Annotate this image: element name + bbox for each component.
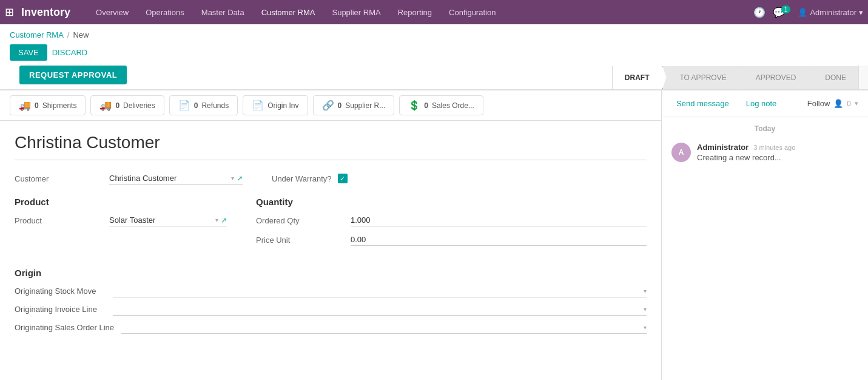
pipeline-step-done[interactable]: DONE: [808, 66, 858, 89]
originating-stock-move-select[interactable]: [113, 287, 641, 296]
price-unit-label: Price Unit: [256, 236, 341, 245]
discard-button[interactable]: DISCARD: [52, 48, 88, 57]
clock-icon[interactable]: 🕐: [753, 7, 765, 18]
followers-icon: 👤: [833, 99, 843, 108]
originating-stock-move-row: Originating Stock Move ▾: [15, 285, 647, 297]
form-area: 🚚 0 Shipments 🚚 0 Deliveries 📄 0 Refunds…: [0, 90, 662, 380]
menu-configuration[interactable]: Configuration: [440, 0, 504, 24]
price-unit-row: Price Unit: [256, 234, 647, 246]
save-button[interactable]: SAVE: [10, 44, 47, 61]
product-input[interactable]: [109, 215, 213, 225]
smart-btn-supplier-r[interactable]: 🔗 0 Supplier R...: [313, 95, 395, 115]
product-dropdown-wrapper: ▾ ↗: [109, 214, 227, 226]
follow-label: Follow: [807, 99, 830, 108]
originating-invoice-line-row: Originating Invoice Line ▾: [15, 304, 647, 316]
menu-supplier-rma[interactable]: Supplier RMA: [323, 0, 389, 24]
product-external-link-icon[interactable]: ↗: [221, 216, 227, 225]
smart-btn-sales-order[interactable]: 💲 0 Sales Orde...: [399, 95, 483, 115]
chatter-actions: Send message Log note Follow 👤 0 ▾: [662, 90, 868, 117]
user-dropdown-arrow: ▾: [859, 8, 863, 17]
sales-order-line-dropdown-arrow: ▾: [644, 324, 647, 331]
grid-menu-icon[interactable]: ⊞: [5, 5, 14, 19]
origin-section: Origin Originating Stock Move ▾ Originat…: [15, 268, 647, 334]
product-dropdown-arrow: ▾: [215, 217, 218, 223]
message-text-0: Creating a new record...: [697, 153, 858, 162]
shipments-label: Shipments: [42, 101, 77, 110]
originating-sales-order-line-field: ▾: [121, 322, 647, 334]
top-navigation: ⊞ Inventory Overview Operations Master D…: [0, 0, 868, 24]
originating-invoice-line-label: Originating Invoice Line: [15, 305, 106, 315]
price-unit-input[interactable]: [351, 235, 647, 244]
breadcrumb-current: New: [73, 30, 89, 39]
message-body-0: Administrator 3 minutes ago Creating a n…: [697, 143, 858, 162]
ordered-qty-value: [351, 214, 647, 226]
smart-btn-origin-inv[interactable]: 📄 Origin Inv: [243, 95, 308, 115]
quantity-section-title: Quantity: [256, 197, 647, 207]
breadcrumb: Customer RMA / New: [0, 24, 868, 42]
originating-sales-order-line-label: Originating Sales Order Line: [15, 323, 114, 333]
followers-count: 0: [847, 100, 851, 108]
form-content: Christina Customer Customer ▾ ↗ Under Wa…: [0, 121, 661, 352]
menu-reporting[interactable]: Reporting: [389, 0, 440, 24]
quantity-section: Quantity Ordered Qty Price Unit: [256, 197, 647, 253]
stock-move-dropdown-arrow: ▾: [644, 288, 647, 294]
main-layout: 🚚 0 Shipments 🚚 0 Deliveries 📄 0 Refunds…: [0, 90, 868, 380]
originating-sales-order-line-row: Originating Sales Order Line ▾: [15, 322, 647, 334]
ordered-qty-label: Ordered Qty: [256, 216, 341, 225]
topnav-right: 🕐 💬 1 👤 Administrator ▾: [753, 7, 863, 18]
refunds-label: Refunds: [201, 101, 229, 110]
followers-dropdown-arrow[interactable]: ▾: [855, 100, 858, 107]
smart-btn-refunds[interactable]: 📄 0 Refunds: [169, 95, 238, 115]
product-section-title: Product: [15, 197, 227, 207]
originating-stock-move-label: Originating Stock Move: [15, 287, 106, 297]
link-icon: 🔗: [322, 100, 334, 111]
customer-external-link-icon[interactable]: ↗: [237, 174, 243, 183]
customer-label: Customer: [15, 174, 99, 183]
menu-operations[interactable]: Operations: [137, 0, 193, 24]
customer-row: Customer ▾ ↗ Under Warranty? ✓: [15, 172, 647, 185]
record-title[interactable]: Christina Customer: [15, 133, 647, 160]
under-warranty-label: Under Warranty?: [272, 174, 332, 183]
origin-inv-label: Origin Inv: [267, 101, 298, 110]
sales-label: Sales Orde...: [432, 101, 474, 110]
user-menu[interactable]: 👤 Administrator ▾: [798, 8, 863, 17]
sales-count: 0: [424, 101, 428, 110]
breadcrumb-separator: /: [67, 30, 70, 39]
product-section: Product Product ▾ ↗: [15, 197, 227, 253]
deliveries-label: Deliveries: [123, 101, 155, 110]
message-time-0: 3 minutes ago: [753, 144, 795, 151]
main-menu: Overview Operations Master Data Customer…: [87, 0, 504, 24]
supplier-label: Supplier R...: [345, 101, 385, 110]
chatter-panel: Send message Log note Follow 👤 0 ▾ Today…: [662, 90, 868, 380]
pipeline-step-to-approve[interactable]: TO APPROVE: [663, 66, 739, 89]
deliveries-count: 0: [115, 101, 119, 110]
menu-customer-rma[interactable]: Customer RMA: [253, 0, 324, 24]
user-icon: 👤: [798, 8, 807, 17]
message-avatar-0: A: [671, 143, 691, 162]
pipeline-step-draft[interactable]: DRAFT: [613, 66, 663, 89]
under-warranty-checkbox[interactable]: ✓: [338, 174, 348, 183]
ordered-qty-input[interactable]: [351, 215, 647, 225]
product-label: Product: [15, 216, 99, 225]
message-author-0: Administrator: [697, 143, 749, 152]
menu-master-data[interactable]: Master Data: [193, 0, 253, 24]
supplier-count: 0: [338, 101, 342, 110]
originating-invoice-line-field: ▾: [113, 304, 647, 316]
menu-overview[interactable]: Overview: [87, 0, 137, 24]
refunds-count: 0: [194, 101, 198, 110]
app-title: Inventory: [21, 6, 70, 19]
request-approval-button[interactable]: REQUEST APPROVAL: [19, 66, 127, 84]
breadcrumb-parent[interactable]: Customer RMA: [10, 30, 64, 39]
customer-input[interactable]: [109, 174, 229, 183]
originating-invoice-line-select[interactable]: [113, 305, 641, 314]
smart-btn-deliveries[interactable]: 🚚 0 Deliveries: [90, 95, 164, 115]
pipeline-step-approved[interactable]: APPROVED: [739, 66, 809, 89]
product-row: Product ▾ ↗: [15, 214, 227, 226]
follow-button[interactable]: Follow: [807, 99, 830, 108]
sales-icon: 💲: [408, 100, 420, 111]
chat-badge: 1: [781, 5, 791, 13]
smart-btn-shipments[interactable]: 🚚 0 Shipments: [10, 95, 86, 115]
log-note-button[interactable]: Log note: [741, 97, 782, 110]
originating-sales-order-line-select[interactable]: [121, 323, 641, 332]
send-message-button[interactable]: Send message: [671, 97, 734, 110]
